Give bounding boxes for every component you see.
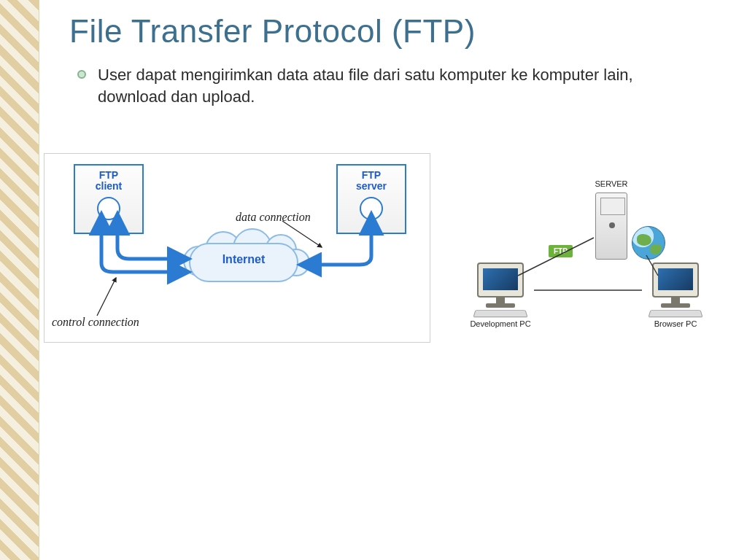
- decorative-sidebar: [0, 0, 39, 560]
- ftp-client-box: FTP client: [74, 164, 144, 234]
- data-connection-label: data connection: [236, 211, 311, 224]
- bullet-icon: [77, 70, 86, 79]
- development-pc-icon: [468, 262, 534, 318]
- ftp-badge: FTP: [549, 245, 573, 257]
- client-port-icon: [97, 197, 120, 220]
- slide-title: File Transfer Protocol (FTP): [69, 13, 476, 50]
- server-port-icon: [360, 197, 383, 220]
- internet-label: Internet: [189, 253, 298, 266]
- ftp-client-label: FTP client: [96, 170, 123, 192]
- server-tower-icon: [595, 192, 627, 260]
- ftp-server-box: FTP server: [336, 164, 406, 234]
- internet-cloud-icon: Internet: [189, 236, 298, 288]
- browser-pc-icon: [643, 262, 709, 318]
- ftp-server-label: FTP server: [356, 170, 387, 192]
- server-label: SERVER: [575, 179, 648, 188]
- development-pc-label: Development PC: [464, 319, 537, 328]
- control-connection-label: control connection: [52, 316, 139, 329]
- bullet-item: User dapat mengirimkan data atau file da…: [77, 64, 683, 107]
- bullet-text: User dapat mengirimkan data atau file da…: [98, 64, 683, 107]
- globe-icon: [632, 226, 665, 260]
- ftp-topology-diagram: SERVER FTP Development PC Browser PC: [448, 174, 725, 337]
- ftp-connection-diagram: FTP client FTP server Internet: [44, 153, 430, 343]
- browser-pc-label: Browser PC: [639, 319, 712, 328]
